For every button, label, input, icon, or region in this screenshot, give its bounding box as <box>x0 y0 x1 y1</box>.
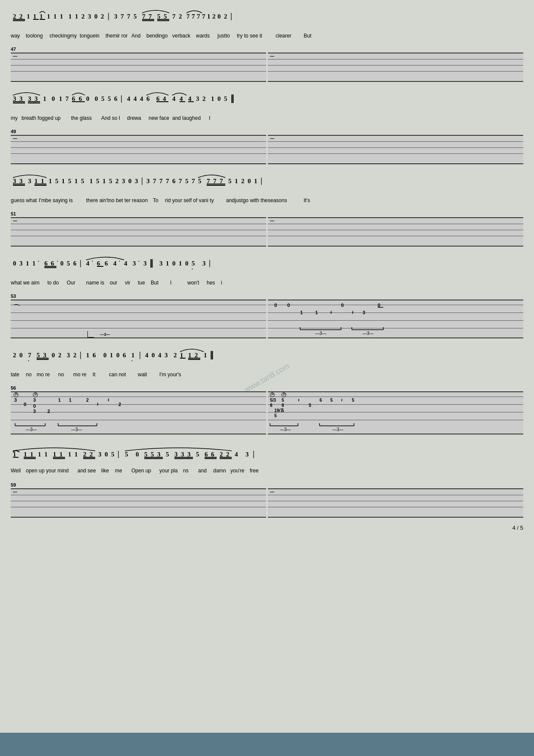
svg-text:the glass: the glass <box>71 115 92 121</box>
lyrics-row-7: what we aim to do Our name is our vir tu… <box>11 278 523 287</box>
svg-text:free: free <box>250 468 259 474</box>
svg-text:7: 7 <box>172 13 176 20</box>
svg-text:1: 1 <box>34 178 38 184</box>
svg-text:toolong: toolong <box>26 33 43 39</box>
section-9: 2 0 7 · 5 3 0 2 3 2 | 1 6 0 1 0 <box>11 345 523 378</box>
svg-text:0: 0 <box>274 303 277 308</box>
svg-text:mo re: mo re <box>37 372 50 378</box>
tab-56: P 3 0 P 3 0 3 2 1 1 2 𝄽 𝄽 <box>11 391 523 434</box>
svg-text:1: 1 <box>75 13 78 20</box>
svg-text:—3—: —3— <box>71 427 82 432</box>
svg-text:and: and <box>198 468 207 474</box>
svg-text:𝄽: 𝄽 <box>97 403 99 406</box>
svg-text:1: 1 <box>211 95 214 102</box>
svg-text:3: 3 <box>33 409 36 414</box>
svg-text:But: But <box>304 33 312 39</box>
svg-text:2: 2 <box>47 409 50 414</box>
svg-text:1: 1 <box>68 451 71 458</box>
svg-text:0: 0 <box>341 303 344 308</box>
svg-text:5: 5 <box>125 451 128 458</box>
svg-text:1: 1 <box>53 13 57 20</box>
svg-text:|: | <box>139 350 141 359</box>
svg-text:1: 1 <box>188 352 192 359</box>
svg-text:1: 1 <box>13 451 16 458</box>
svg-text:rid your self of vani ty: rid your self of vani ty <box>165 197 214 203</box>
svg-text:0: 0 <box>172 260 176 267</box>
svg-text:way: way <box>11 33 20 39</box>
svg-text:0: 0 <box>19 352 23 359</box>
svg-text:2: 2 <box>83 451 87 458</box>
svg-text:·: · <box>57 258 58 264</box>
svg-text:5: 5 <box>185 178 189 184</box>
svg-text:5: 5 <box>282 398 284 403</box>
svg-text:6: 6 <box>73 260 77 267</box>
svg-text:I'mbe saying is: I'mbe saying is <box>39 197 73 203</box>
svg-text:2: 2 <box>90 451 93 458</box>
svg-text:6: 6 <box>97 260 100 267</box>
svg-text:7: 7 <box>65 95 69 102</box>
svg-text:5: 5 <box>67 260 70 267</box>
svg-text:1: 1 <box>53 451 56 458</box>
svg-text:3: 3 <box>13 178 16 184</box>
svg-text:0: 0 <box>52 352 55 359</box>
svg-text:|: | <box>253 450 255 458</box>
notation-row-9: 2 0 7 · 5 3 0 2 3 2 | 1 6 0 1 0 <box>11 345 523 369</box>
svg-text:|: | <box>230 12 232 20</box>
svg-text:1: 1 <box>110 352 113 359</box>
svg-text:1: 1 <box>38 451 41 458</box>
tab-49: — — <box>11 135 523 164</box>
svg-text:7: 7 <box>197 13 200 20</box>
svg-text:3: 3 <box>196 95 199 102</box>
lyrics-svg-1: way toolong checkingmy tonguein themir r… <box>11 31 497 40</box>
svg-text:Well: Well <box>11 468 21 474</box>
svg-text:I: I <box>170 280 171 286</box>
svg-text:4: 4 <box>163 95 166 102</box>
svg-text:0: 0 <box>86 95 90 102</box>
svg-text:there ain'tno bet ter reason: there ain'tno bet ter reason <box>86 197 148 203</box>
svg-text:1: 1 <box>32 260 36 267</box>
svg-text:1: 1 <box>75 178 78 184</box>
svg-text:1: 1 <box>254 178 258 184</box>
svg-text:7: 7 <box>153 178 156 184</box>
svg-text:3: 3 <box>135 178 138 184</box>
svg-text:5: 5 <box>96 178 99 184</box>
section-11: 1 1 1 1 1 1 1 1 1 2 2 <box>11 441 523 475</box>
svg-text:6: 6 <box>156 95 160 102</box>
svg-text:‖: ‖ <box>149 259 153 268</box>
svg-text:damn: damn <box>213 468 226 474</box>
svg-text:1: 1 <box>47 13 50 20</box>
svg-text:7: 7 <box>179 178 182 184</box>
svg-text:𝄽: 𝄽 <box>330 311 332 314</box>
svg-text:·: · <box>38 258 39 264</box>
tab-59: — — <box>11 488 523 518</box>
svg-text:Our: Our <box>67 280 75 286</box>
tab-47: — — <box>11 53 523 82</box>
notation-svg-3: 3 3 3 3 1 0 1 7 6 6 0 <box>11 89 497 112</box>
svg-text:3: 3 <box>157 451 161 458</box>
svg-text:2: 2 <box>19 13 23 20</box>
svg-text:1: 1 <box>180 352 183 359</box>
svg-text:0: 0 <box>13 260 16 267</box>
svg-text:0: 0 <box>95 95 98 102</box>
svg-text:5: 5 <box>309 403 311 408</box>
svg-text:5: 5 <box>157 13 161 20</box>
svg-text:1: 1 <box>60 13 63 20</box>
svg-text:1: 1 <box>59 95 62 102</box>
svg-text:|: | <box>80 259 81 267</box>
svg-text:6: 6 <box>105 260 108 267</box>
svg-text:0: 0 <box>60 260 64 267</box>
notation-svg-7: 0 3 1 1 · 6 6 · 0 5 6 | 4 · 6 <box>11 253 497 277</box>
tab-47-left: — <box>11 53 266 82</box>
svg-text:3: 3 <box>187 451 191 458</box>
svg-text:i: i <box>221 280 222 286</box>
tab-53-left: —. —3— <box>11 300 266 338</box>
svg-text:1: 1 <box>26 260 29 267</box>
svg-text:—3—: —3— <box>26 427 37 432</box>
svg-text:1: 1 <box>49 178 52 184</box>
svg-text:mo re: mo re <box>73 372 87 378</box>
svg-text:0: 0 <box>217 13 221 20</box>
measure-56: 56 <box>11 385 523 390</box>
svg-text:3: 3 <box>98 451 102 458</box>
svg-text:I'm your's: I'm your's <box>159 372 181 378</box>
svg-text:1: 1 <box>59 451 63 458</box>
